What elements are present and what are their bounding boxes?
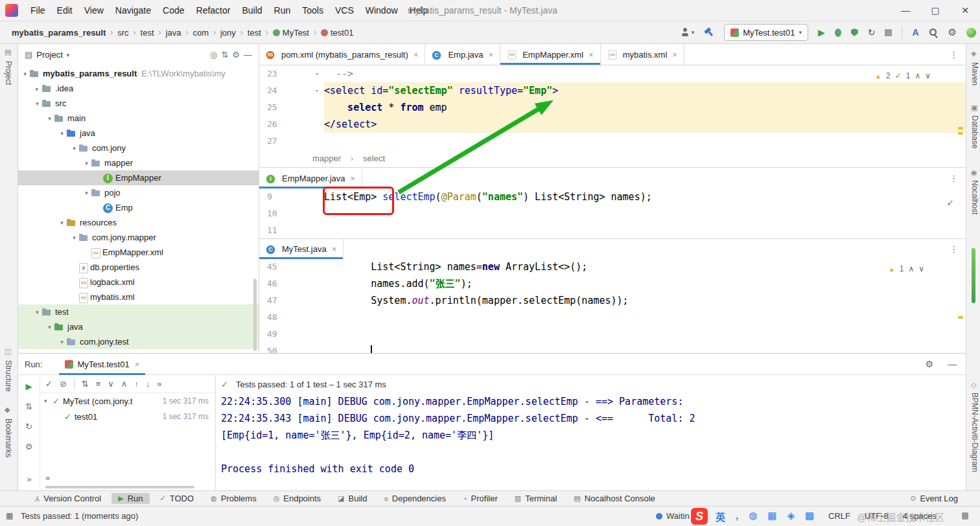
breadcrumb-item[interactable]: java [166, 28, 181, 38]
tree-item[interactable]: EmpMapper.xml [18, 245, 259, 260]
close-icon[interactable]: × [414, 50, 419, 60]
tree-item[interactable]: ▾mapper [18, 155, 259, 170]
collapse-all-icon[interactable]: ∧ [121, 379, 128, 389]
scrollbar[interactable] [253, 279, 257, 351]
test-tree-item[interactable]: ▾✓MyTest (com.jony.t1 sec 317 ms [40, 393, 215, 409]
ime-icon-0[interactable]: 英 [716, 510, 725, 523]
tool-windows-icon[interactable]: ▦ [6, 511, 13, 520]
close-icon[interactable]: × [135, 360, 140, 369]
run-tab[interactable]: MyTest.test01 × [59, 354, 145, 375]
next-icon[interactable]: ↓ [146, 379, 150, 389]
breadcrumb-item[interactable]: mybatis_params_result [12, 28, 106, 38]
code-line[interactable]: 25 select * from emp [259, 99, 966, 116]
more-icon[interactable]: » [157, 379, 161, 389]
panel-settings-icon[interactable]: ⚙ [232, 50, 240, 60]
settings-gear-icon[interactable]: ⚙ [948, 27, 957, 38]
tool-button-profiler[interactable]: ◔Profiler [456, 493, 504, 504]
tool-button-bookmarks[interactable]: Bookmarks [4, 418, 13, 457]
tool-button-nocalhost-console[interactable]: ▤Nocalhost Console [567, 493, 662, 504]
chevron-icon[interactable]: ▾ [33, 309, 41, 315]
more-options-icon[interactable]: ⋮ [942, 168, 966, 189]
tree-item[interactable]: db.properties [18, 260, 259, 275]
next-issue-icon[interactable]: ∨ [918, 264, 924, 273]
chevron-icon[interactable]: ▾ [45, 324, 54, 330]
event-log-button[interactable]: ⊙ Event Log [910, 494, 958, 503]
tree-item[interactable]: ▾mybatis_params_resultE:\TLWork\mybatis\… [18, 66, 259, 81]
tab-empmapper-java[interactable]: EmpMapper.java × [259, 168, 362, 189]
tree-item[interactable]: EmpMapper [18, 170, 259, 185]
stop-button[interactable] [885, 29, 892, 36]
collapse-all-icon[interactable]: ⇅ [221, 50, 228, 60]
menu-item-window[interactable]: Window [360, 5, 404, 16]
coverage-button[interactable] [851, 29, 858, 36]
breadcrumb-item[interactable]: test [141, 28, 154, 38]
tool-button-version-control[interactable]: YVersion Control [29, 493, 108, 504]
test-inspections-widget[interactable]: ▲1 ∧∨ [885, 263, 928, 275]
run-configuration-select[interactable]: MyTest.test01 ▾ [724, 24, 808, 41]
tree-item[interactable]: ▾com.jony [18, 141, 259, 155]
menu-item-build[interactable]: Build [236, 5, 268, 16]
horizontal-scrollbar[interactable] [45, 486, 194, 488]
chevron-icon[interactable]: ▸ [33, 86, 41, 92]
test-tree-item[interactable]: ✓test011 sec 317 ms [40, 409, 215, 424]
fold-icon[interactable]: ▾ [316, 65, 319, 82]
warning-stripe-mark[interactable] [958, 316, 963, 319]
editor-tab[interactable]: EmpMapper.xml× [500, 44, 601, 65]
menu-item-edit[interactable]: Edit [51, 5, 78, 16]
tab-mytest-java[interactable]: MyTest.java × [259, 239, 344, 259]
code-line[interactable]: 46 names.add("张三"); [259, 275, 966, 292]
menu-item-vcs[interactable]: VCS [329, 5, 360, 16]
passed-filter-icon[interactable]: ✓ [45, 379, 52, 389]
maximize-icon[interactable]: ▢ [920, 5, 950, 16]
warning-stripe-mark[interactable] [958, 132, 963, 135]
test-passed-gutter-icon[interactable]: ✓ [946, 198, 954, 208]
ignored-filter-icon[interactable]: ⊘ [60, 379, 67, 389]
tool-button-database[interactable]: Database [970, 115, 979, 148]
lock-icon[interactable] [962, 512, 968, 520]
chevron-icon[interactable]: ▾ [70, 234, 78, 241]
close-icon[interactable]: × [351, 174, 356, 183]
tree-item[interactable]: ▸.idea [18, 81, 259, 96]
rerun-icon[interactable]: ▶ [26, 382, 32, 391]
chevron-icon[interactable]: ▾ [45, 115, 54, 122]
ime-icon-4[interactable]: ◈ [787, 510, 795, 523]
tool-button-todo[interactable]: ✓TODO [154, 493, 201, 504]
tool-button-dependencies[interactable]: ≡Dependencies [377, 493, 452, 504]
breadcrumb-select[interactable]: select [363, 150, 385, 167]
ime-icon-3[interactable]: ▦ [767, 510, 776, 523]
tool-button-bpmn[interactable]: BPMN-Activiti-Diagram [970, 393, 979, 472]
more-options-icon[interactable]: ⋮ [942, 239, 966, 258]
previous-icon[interactable]: ↑ [134, 379, 139, 389]
chevron-icon[interactable]: ▾ [21, 71, 29, 77]
breadcrumb-item[interactable]: test01 [321, 28, 353, 38]
expand-all-icon[interactable]: ∨ [108, 379, 114, 389]
code-line[interactable]: 26</select> [259, 116, 966, 133]
tool-button-terminal[interactable]: ▥Terminal [508, 493, 564, 504]
hide-run-panel-icon[interactable]: — [948, 359, 957, 369]
tool-button-project[interactable]: Project [4, 61, 13, 85]
menu-item-view[interactable]: View [78, 5, 110, 16]
ime-icon-5[interactable]: ▩ [805, 510, 814, 523]
breadcrumb-item[interactable]: src [117, 28, 128, 38]
editor-tab[interactable]: Emp.java× [425, 44, 500, 65]
code-line[interactable]: 50 [259, 343, 966, 353]
mapper-editor[interactable]: 9List<Emp> selectEmp(@Param("names") Lis… [259, 189, 966, 238]
more-icon[interactable]: » [18, 474, 40, 484]
test-editor[interactable]: 45 List<String> names=new ArrayList<>();… [259, 258, 966, 353]
sogou-icon[interactable]: S [691, 508, 708, 525]
profiler-button[interactable]: ↻ [868, 27, 876, 38]
tree-item[interactable]: mybatis.xml [18, 290, 259, 304]
menu-item-file[interactable]: File [25, 5, 51, 16]
code-line[interactable]: 23▾ --> [259, 65, 966, 82]
chevron-icon[interactable]: ▾ [33, 100, 41, 107]
status-item-crlf[interactable]: CRLF [828, 511, 850, 521]
more-icon[interactable]: » [45, 473, 50, 483]
prev-issue-icon[interactable]: ∧ [908, 264, 914, 273]
tree-item[interactable]: ▾com.jony.test [18, 334, 259, 349]
chevron-icon[interactable]: ▾ [58, 220, 66, 226]
xml-editor[interactable]: 23▾ -->24▾<select id="selectEmp" resultT… [259, 65, 966, 150]
fix-icon[interactable]: ⚙ [25, 442, 33, 452]
chevron-down-icon[interactable]: ▾ [67, 52, 70, 58]
prev-issue-icon[interactable]: ∧ [915, 71, 920, 80]
ime-icon-1[interactable]: , [736, 510, 738, 523]
